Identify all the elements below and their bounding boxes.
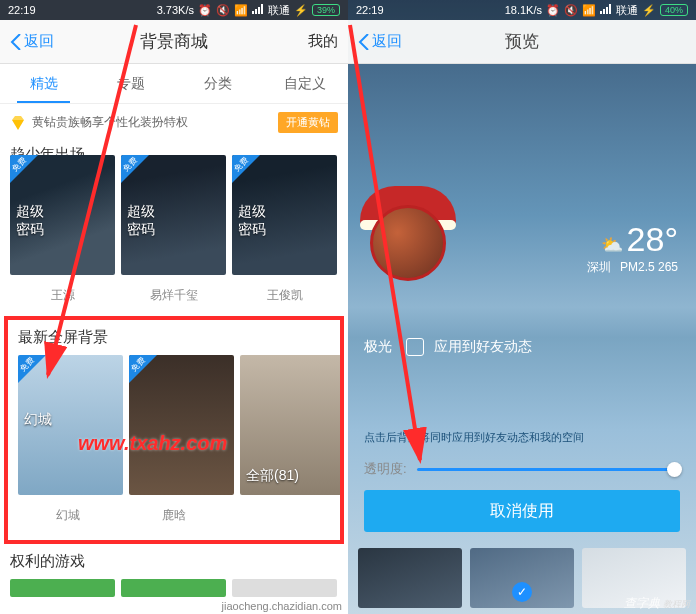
nav-mine-button[interactable]: 我的	[308, 32, 338, 51]
tab-topic[interactable]: 专题	[87, 64, 174, 103]
card-row-1: 免费 超级 密码 免费 超级 密码 免费 超级 密码	[0, 155, 348, 281]
section-title: 最新全屏背景	[8, 320, 340, 355]
card-overlay: 全部(81)	[246, 467, 299, 485]
alarm-icon: ⏰	[198, 4, 212, 17]
apply-checkbox[interactable]	[406, 338, 424, 356]
tab-bar: 精选 专题 分类 自定义	[0, 64, 348, 104]
checkbox-label: 应用到好友动态	[434, 338, 532, 356]
card-item[interactable]: 免费	[129, 355, 234, 495]
section-title-cut: 趋少年出场	[0, 137, 348, 155]
tab-category[interactable]: 分类	[174, 64, 261, 103]
back-label: 返回	[24, 32, 54, 51]
weather-pm: PM2.5 265	[620, 260, 678, 274]
signal-icon	[252, 4, 264, 16]
chevron-left-icon	[358, 34, 372, 50]
highlighted-section: 最新全屏背景 免费 幻城 免费 全部(81) 幻城 鹿晗	[4, 316, 344, 544]
tab-label: 自定义	[284, 75, 326, 93]
watermark-brand: 查字典 教程网	[624, 595, 690, 612]
nav-bar: 返回 预览	[348, 20, 696, 64]
status-battery: 39%	[312, 4, 340, 16]
card-label: 王俊凯	[232, 281, 337, 310]
theme-thumbnail[interactable]: ✓	[470, 548, 574, 608]
diamond-icon	[10, 115, 26, 131]
avatar[interactable]	[370, 205, 446, 281]
card-item[interactable]	[121, 579, 226, 597]
card-label	[230, 501, 330, 530]
chevron-left-icon	[10, 34, 24, 50]
charging-icon: ⚡	[642, 4, 656, 17]
watermark-site: jiaocheng.chazidian.com	[222, 600, 342, 612]
check-icon: ✓	[512, 582, 532, 602]
option-row: 极光 应用到好友动态	[348, 330, 696, 364]
theme-thumbnail[interactable]	[358, 548, 462, 608]
status-carrier: 联通	[268, 3, 290, 18]
vip-open-button[interactable]: 开通黄钻	[278, 112, 338, 133]
back-button[interactable]: 返回	[10, 32, 54, 51]
card-item[interactable]	[232, 579, 337, 597]
page-title: 预览	[505, 30, 539, 53]
status-time: 22:19	[8, 4, 36, 16]
wifi-icon: 📶	[234, 4, 248, 17]
vip-banner[interactable]: 黄钻贵族畅享个性化装扮特权 开通黄钻	[0, 104, 348, 141]
card-label: 鹿晗	[124, 501, 224, 530]
card-overlay: 超级 密码	[127, 203, 155, 239]
status-speed: 3.73K/s	[157, 4, 194, 16]
signal-icon	[600, 4, 612, 16]
cancel-use-button[interactable]: 取消使用	[364, 490, 680, 532]
button-label: 取消使用	[490, 501, 554, 522]
card-row-2-labels: 幻城 鹿晗	[8, 501, 340, 536]
card-item[interactable]: 免费 幻城	[18, 355, 123, 495]
card-overlay: 超级 密码	[16, 203, 44, 239]
card-row-2: 免费 幻城 免费 全部(81)	[8, 355, 340, 501]
weather-city: 深圳	[587, 260, 611, 274]
tab-custom[interactable]: 自定义	[261, 64, 348, 103]
vip-text: 黄钻贵族畅享个性化装扮特权	[32, 114, 188, 131]
weather-temp: 28°	[627, 220, 678, 258]
slider-thumb[interactable]	[667, 462, 682, 477]
theme-name: 极光	[364, 338, 392, 356]
card-label: 幻城	[18, 501, 118, 530]
tip-text: 点击后背景将同时应用到好友动态和我的空间	[348, 430, 696, 445]
alarm-icon: ⏰	[546, 4, 560, 17]
weather-widget: ⛅ 28° 深圳 PM2.5 265	[587, 220, 678, 276]
tab-featured[interactable]: 精选	[0, 64, 87, 103]
card-label: 王源	[10, 281, 115, 310]
card-item[interactable]: 免费 超级 密码	[121, 155, 226, 275]
card-overlay: 幻城	[24, 411, 52, 429]
mute-icon: 🔇	[564, 4, 578, 17]
nav-bar: 返回 背景商城 我的	[0, 20, 348, 64]
status-speed: 18.1K/s	[505, 4, 542, 16]
slider-label: 透明度:	[364, 460, 407, 478]
status-time: 22:19	[356, 4, 384, 16]
status-carrier: 联通	[616, 3, 638, 18]
wifi-icon: 📶	[582, 4, 596, 17]
card-label: 易烊千玺	[121, 281, 226, 310]
tab-label: 专题	[117, 75, 145, 93]
page-title: 背景商城	[140, 30, 208, 53]
card-item[interactable]: 免费 超级 密码	[232, 155, 337, 275]
status-battery: 40%	[660, 4, 688, 16]
opacity-slider-row: 透明度:	[348, 460, 696, 478]
back-button[interactable]: 返回	[358, 32, 402, 51]
weather-cloud-icon: ⛅	[601, 235, 623, 255]
card-item[interactable]: 免费 超级 密码	[10, 155, 115, 275]
mute-icon: 🔇	[216, 4, 230, 17]
charging-icon: ⚡	[294, 4, 308, 17]
opacity-slider[interactable]	[417, 468, 680, 471]
card-overlay: 超级 密码	[238, 203, 266, 239]
status-bar: 22:19 18.1K/s ⏰ 🔇 📶 联通 ⚡ 40%	[348, 0, 696, 20]
tab-label: 分类	[204, 75, 232, 93]
status-bar: 22:19 3.73K/s ⏰ 🔇 📶 联通 ⚡ 39%	[0, 0, 348, 20]
card-row-1-labels: 王源 易烊千玺 王俊凯	[0, 281, 348, 316]
card-item[interactable]: 全部(81)	[240, 355, 340, 495]
back-label: 返回	[372, 32, 402, 51]
card-item[interactable]	[10, 579, 115, 597]
section-title: 权利的游戏	[0, 544, 348, 579]
tab-label: 精选	[30, 75, 58, 93]
